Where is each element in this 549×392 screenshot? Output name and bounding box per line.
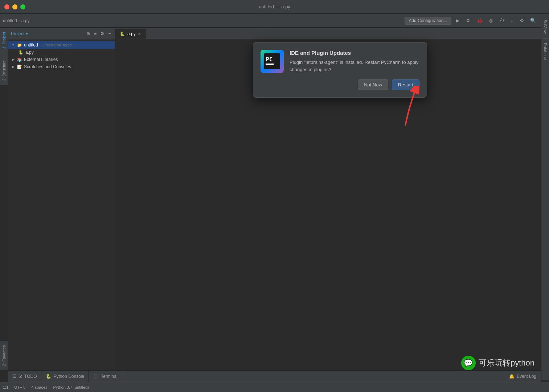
dialog-text-area: IDE and Plugin Updates Plugin "jetbrains… xyxy=(290,50,419,73)
sciview-label[interactable]: SciView xyxy=(543,17,548,37)
right-strip: SciView Database xyxy=(541,14,549,380)
profile-icon[interactable]: ⏱ xyxy=(497,17,507,24)
root-arrow: ▾ xyxy=(11,43,15,47)
status-python[interactable]: Python 3.7 (untitled) xyxy=(53,385,89,389)
database-label[interactable]: Database xyxy=(543,40,548,63)
breadcrumb-sep1: › xyxy=(19,18,20,23)
ext-libs-label: External Libraries xyxy=(24,57,58,62)
project-panel-tab[interactable]: 1: Project xyxy=(1,30,7,50)
right-separator xyxy=(543,38,548,38)
favorites-tab[interactable]: 2: Favorites xyxy=(1,344,7,367)
root-folder-icon: 📁 xyxy=(17,42,22,48)
dialog-title: IDE and Plugin Updates xyxy=(290,50,419,56)
collapse-icon[interactable]: ≡ xyxy=(93,30,98,37)
terminal-icon: ⬛ xyxy=(93,374,99,379)
terminal-label: Terminal xyxy=(101,374,117,379)
status-bar: 1:1 UTF-8 4 spaces Python 3.7 (untitled) xyxy=(0,382,549,392)
dialog-overlay: PC IDE and Plugin Updates Plugin "jetbra… xyxy=(115,28,541,370)
scratches-icon: 📝 xyxy=(17,64,22,70)
window-title: untitled — a.py xyxy=(259,4,290,9)
event-log-icon: 🔔 xyxy=(509,374,515,379)
todo-number: 6: xyxy=(19,374,22,379)
console-label: Python Console xyxy=(53,374,84,379)
todo-label: TODO xyxy=(24,374,37,379)
py-file-icon: 🐍 xyxy=(18,49,24,55)
svg-rect-2 xyxy=(266,64,274,65)
run-icon[interactable]: ▶ xyxy=(454,17,462,24)
coverage-icon[interactable]: ◎ xyxy=(487,17,495,24)
tree-item-external-libs[interactable]: ▶ 📚 External Libraries xyxy=(8,56,115,63)
root-path: ~/PycharmProject xyxy=(41,43,73,47)
breadcrumb-file[interactable]: a.py xyxy=(21,18,30,23)
status-spaces[interactable]: 4 spaces xyxy=(31,385,47,389)
project-panel: Project ▾ ⊕ ≡ ⚙ − ▾ 📁 untitled ~/Pycharm… xyxy=(8,28,115,370)
py-file-label: a.py xyxy=(25,50,34,55)
top-toolbar: untitled › a.py Add Configuration... ▶ ⚙… xyxy=(0,14,541,28)
minimize-button[interactable] xyxy=(12,4,17,9)
vcs-icon[interactable]: ↕ xyxy=(509,17,516,24)
search-icon[interactable]: 🔍 xyxy=(528,17,538,24)
build-icon[interactable]: ⚙ xyxy=(464,17,472,24)
favorites-strip: 2: Favorites xyxy=(0,341,8,370)
arrow-annotation xyxy=(391,86,420,131)
console-icon: 🐍 xyxy=(46,374,51,379)
status-line-col[interactable]: 1:1 xyxy=(3,385,8,389)
dialog-message: Plugin "jetbrains-agent" is installed. R… xyxy=(290,59,419,73)
ext-libs-icon: 📚 xyxy=(17,57,22,62)
scratches-arrow: ▶ xyxy=(11,65,15,69)
add-configuration-button[interactable]: Add Configuration... xyxy=(405,17,451,25)
event-log-tab[interactable]: 🔔 Event Log xyxy=(505,371,541,382)
project-tree: ▾ 📁 untitled ~/PycharmProject 🐍 a.py ▶ 📚… xyxy=(8,40,115,370)
root-folder-label: untitled xyxy=(24,42,38,48)
maximize-button[interactable] xyxy=(20,4,25,9)
python-console-tab[interactable]: 🐍 Python Console xyxy=(41,371,89,382)
status-encoding[interactable]: UTF-8 xyxy=(14,385,25,389)
breadcrumb: untitled › a.py xyxy=(3,18,29,23)
breadcrumb-project[interactable]: untitled xyxy=(3,18,17,23)
close-panel-icon[interactable]: − xyxy=(107,30,112,37)
terminal-tab[interactable]: ⬛ Terminal xyxy=(89,371,122,382)
not-now-button[interactable]: Not Now xyxy=(358,79,388,90)
titlebar: untitled — a.py xyxy=(0,0,549,14)
todo-icon: ☰ xyxy=(12,374,16,379)
settings-icon[interactable]: ⚙ xyxy=(99,30,105,37)
editor-area: 🐍 a.py ✕ xyxy=(115,28,541,370)
tree-item-root[interactable]: ▾ 📁 untitled ~/PycharmProject xyxy=(8,41,115,49)
structure-panel-tab[interactable]: 2: Structure xyxy=(1,59,7,82)
close-button[interactable] xyxy=(4,4,9,9)
svg-text:PC: PC xyxy=(266,56,273,63)
locate-icon[interactable]: ⊕ xyxy=(86,30,91,37)
project-panel-header: Project ▾ ⊕ ≡ ⚙ − xyxy=(8,28,115,40)
project-dropdown[interactable]: Project ▾ xyxy=(11,31,28,36)
debug-icon[interactable]: 🐞 xyxy=(475,17,485,24)
tree-item-scratches[interactable]: ▶ 📝 Scratches and Consoles xyxy=(8,63,115,70)
add-config-label: Add Configuration... xyxy=(409,18,447,23)
history-icon[interactable]: ⟲ xyxy=(517,17,526,24)
ext-libs-arrow: ▶ xyxy=(11,57,15,62)
tree-item-apy[interactable]: 🐍 a.py xyxy=(8,49,115,56)
dialog-content-area: PC IDE and Plugin Updates Plugin "jetbra… xyxy=(261,50,419,73)
scratches-label: Scratches and Consoles xyxy=(24,64,71,69)
event-log-label: Event Log xyxy=(517,374,536,379)
todo-tab[interactable]: ☰ 6: TODO xyxy=(8,371,41,382)
left-panel-tabs: 1: Project 2: Structure xyxy=(0,28,8,85)
pycharm-logo-icon: PC xyxy=(261,50,284,73)
bottom-toolbar: ☰ 6: TODO 🐍 Python Console ⬛ Terminal 🔔 … xyxy=(8,370,541,382)
project-header-icons: ⊕ ≡ ⚙ − xyxy=(86,30,112,37)
window-controls xyxy=(4,4,25,9)
